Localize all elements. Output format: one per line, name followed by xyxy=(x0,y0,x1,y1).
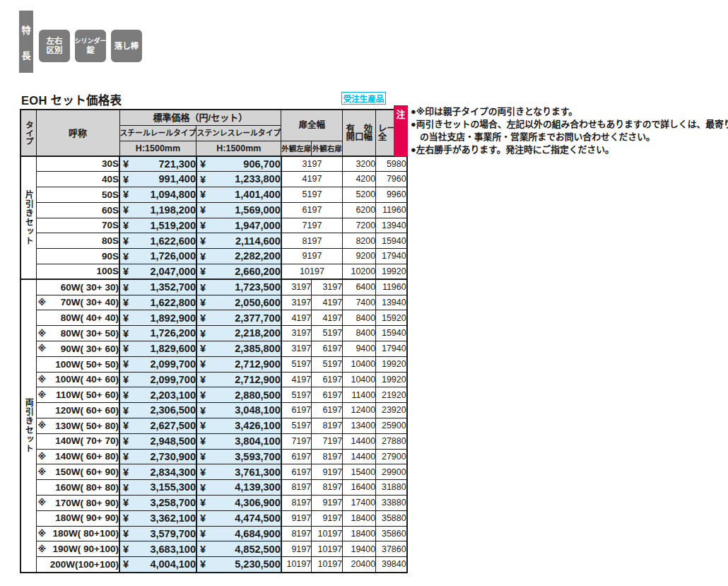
steel-price-value: 2,203,100 xyxy=(150,389,196,401)
features-block: 特 長 左右 区別 シリンダー 錠 落し棒 xyxy=(19,11,146,81)
section-label: 両引きセット xyxy=(20,279,36,572)
steel-price-cell: ¥3,579,700 xyxy=(119,526,196,541)
door-right-cell: 6197 xyxy=(312,341,343,357)
door-left-cell: 6197 xyxy=(281,464,312,480)
note-item: ●左右勝手があります。発注時にご指定ください。 xyxy=(411,143,728,156)
model-name-cell: ※90W( 30+ 60) xyxy=(36,341,119,357)
rail-length-cell: 25900 xyxy=(376,418,407,434)
note-item: ●両引きセットの場合、左記以外の組み合わせもありますので詳しくは、最寄りの当社支… xyxy=(411,118,728,143)
yen-symbol: ¥ xyxy=(123,467,129,478)
model-name-cell: 140W( 70+ 70) xyxy=(36,433,119,449)
steel-price-value: 3,155,300 xyxy=(150,481,196,493)
opening-width-cell: 6200 xyxy=(343,202,376,218)
rail-length-cell: 17940 xyxy=(376,249,407,264)
yen-symbol: ¥ xyxy=(123,174,129,184)
yen-symbol: ¥ xyxy=(123,359,129,370)
rail-length-cell: 17940 xyxy=(376,341,407,357)
note-list: ●※印は親子タイプの両引きとなります。 ●両引きセットの場合、左記以外の組み合わ… xyxy=(411,105,728,156)
note-bullet: ● xyxy=(411,144,416,155)
door-left-cell: 4197 xyxy=(281,372,312,387)
rail-length-cell: 27880 xyxy=(376,433,407,449)
table-row: 160W( 80+ 80)¥3,155,300¥4,139,3008197819… xyxy=(20,480,407,496)
rail-length-cell: 15920 xyxy=(376,310,407,326)
opening-width-cell: 17400 xyxy=(343,496,376,511)
col-header-door-right: 外観右扉 xyxy=(312,141,343,156)
model-name-cell: 180W( 90+ 90) xyxy=(36,510,119,526)
opening-width-cell: 5200 xyxy=(343,187,376,203)
steel-price-value: 2,047,000 xyxy=(150,266,196,277)
oyako-mark: ※ xyxy=(38,452,47,461)
stainless-price-value: 1,401,400 xyxy=(235,189,281,200)
rail-length-cell: 29900 xyxy=(376,464,407,480)
model-name: 30S xyxy=(102,158,119,169)
door-right-cell: 9197 xyxy=(312,496,343,511)
steel-price-value: 1,622,800 xyxy=(150,297,196,308)
table-row: 140W( 70+ 70)¥2,948,500¥3,804,1007197719… xyxy=(20,433,407,449)
stainless-price-cell: ¥2,660,200 xyxy=(196,264,281,280)
rail-length-cell: 19920 xyxy=(376,264,407,280)
yen-symbol: ¥ xyxy=(200,529,206,539)
made-to-order-badge: 受注生産品 xyxy=(341,92,386,105)
door-right-cell: 6197 xyxy=(312,403,343,418)
model-name: 60S xyxy=(102,205,119,216)
steel-price-value: 2,099,700 xyxy=(150,374,196,385)
col-header-price-group: 標準価格（円/セット） xyxy=(119,110,281,125)
yen-symbol: ¥ xyxy=(200,559,206,570)
yen-symbol: ¥ xyxy=(123,205,129,216)
steel-price-cell: ¥3,258,700 xyxy=(119,496,196,511)
yen-symbol: ¥ xyxy=(123,313,129,324)
model-name-cell: 60S xyxy=(36,202,119,218)
stainless-price-cell: ¥4,474,500 xyxy=(196,510,281,526)
model-name: 120W( 60+ 60) xyxy=(55,405,119,416)
col-header-steel-rail: スチールレールタイプ xyxy=(119,125,196,141)
stainless-price-cell: ¥4,852,500 xyxy=(196,541,281,557)
rail-length-cell: 37860 xyxy=(376,541,407,557)
rail-length-cell: 11960 xyxy=(376,202,407,218)
stainless-price-cell: ¥1,401,400 xyxy=(196,187,281,203)
oyako-mark: ※ xyxy=(38,344,47,353)
door-right-cell: 10197 xyxy=(312,557,343,573)
steel-price-cell: ¥1,829,600 xyxy=(119,341,196,357)
table-row: 200W(100+100)¥4,004,100¥5,230,5001019710… xyxy=(20,557,407,573)
steel-price-value: 1,198,200 xyxy=(150,204,196,216)
steel-price-value: 1,726,200 xyxy=(150,327,196,339)
yen-symbol: ¥ xyxy=(123,282,129,293)
stainless-price-cell: ¥3,426,100 xyxy=(196,418,281,434)
model-name-cell: ※70W( 30+ 40) xyxy=(36,295,119,310)
yen-symbol: ¥ xyxy=(200,390,206,401)
stainless-price-cell: ¥2,385,800 xyxy=(196,341,281,357)
opening-width-cell: 11400 xyxy=(343,387,376,403)
rail-length-cell: 9960 xyxy=(376,187,407,203)
door-left-cell: 9197 xyxy=(281,541,312,557)
steel-price-cell: ¥1,519,200 xyxy=(119,218,196,233)
oyako-mark: ※ xyxy=(38,529,47,538)
stainless-price-cell: ¥1,947,000 xyxy=(196,218,281,233)
oyako-mark: ※ xyxy=(38,498,47,507)
steel-price-value: 2,834,300 xyxy=(150,467,196,478)
stainless-price-value: 2,282,200 xyxy=(235,250,281,262)
stainless-price-value: 4,474,500 xyxy=(235,512,281,524)
stainless-price-cell: ¥1,569,000 xyxy=(196,202,281,218)
stainless-price-cell: ¥1,233,800 xyxy=(196,172,281,187)
rail-length-cell: 7960 xyxy=(376,172,407,187)
oyako-mark: ※ xyxy=(38,421,47,430)
stainless-price-value: 4,306,900 xyxy=(235,497,281,508)
features-tab: 特 長 xyxy=(19,11,33,73)
opening-width-cell: 8400 xyxy=(343,326,376,341)
door-left-cell: 3197 xyxy=(281,341,312,357)
model-name: 100S xyxy=(96,266,119,276)
section-label: 片引きセット xyxy=(20,156,36,279)
rail-length-cell: 15940 xyxy=(376,326,407,341)
model-name-cell: ※150W( 60+ 90) xyxy=(36,464,119,480)
stainless-price-value: 5,230,500 xyxy=(235,558,281,570)
yen-symbol: ¥ xyxy=(200,236,206,247)
rail-length-cell: 33880 xyxy=(376,496,407,511)
rail-length-cell: 35860 xyxy=(376,526,407,541)
door-left-cell: 4197 xyxy=(281,310,312,326)
table-row: ※180W( 80+100)¥3,579,700¥4,684,900819710… xyxy=(20,526,407,541)
stainless-price-value: 1,233,800 xyxy=(235,173,281,184)
model-name-cell: ※140W( 60+ 80) xyxy=(36,449,119,464)
table-row: ※70W( 30+ 40)¥1,622,800¥2,050,6003197419… xyxy=(20,295,407,310)
stainless-price-value: 4,852,500 xyxy=(235,544,281,555)
model-name: 90W( 30+ 60) xyxy=(61,344,119,354)
